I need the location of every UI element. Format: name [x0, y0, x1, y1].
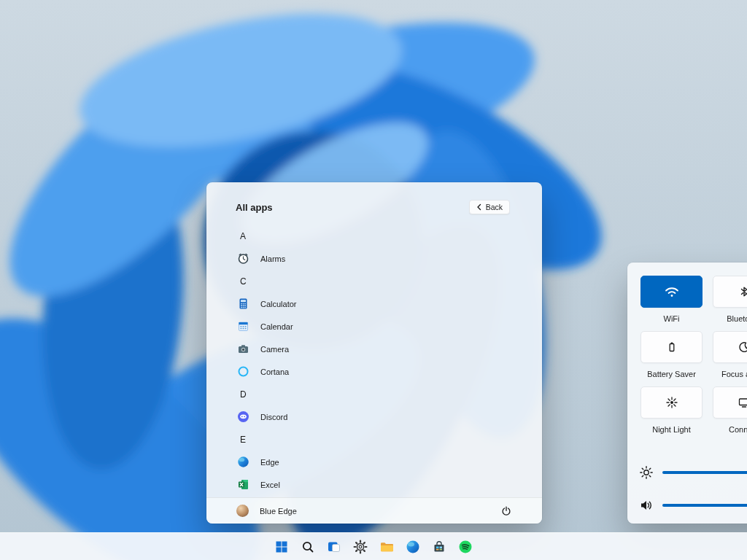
edge-icon [237, 456, 249, 468]
volume-icon [639, 499, 654, 512]
edge-icon [406, 540, 420, 554]
wifi-toggle-button[interactable] [640, 276, 703, 308]
app-item-cortana[interactable]: Cortana [206, 360, 542, 383]
night-light-icon [665, 396, 678, 409]
all-apps-header: All apps Back [206, 182, 542, 214]
user-avatar [236, 505, 249, 517]
quick-settings-panel: WiFi Bluetooth Battery Saver [627, 262, 747, 524]
settings-gear-icon [353, 540, 368, 554]
bluetooth-icon [738, 285, 747, 298]
chevron-left-icon [476, 203, 482, 211]
app-item-alarms[interactable]: Alarms [206, 247, 542, 270]
store-button[interactable] [430, 537, 449, 556]
search-icon [301, 540, 315, 554]
file-explorer-button[interactable] [377, 537, 396, 556]
connect-toggle-button[interactable] [713, 386, 747, 419]
back-button[interactable]: Back [469, 200, 510, 214]
quick-setting-battery-saver: Battery Saver [640, 331, 703, 378]
camera-icon [237, 343, 249, 355]
section-letter-c[interactable]: C [206, 270, 542, 292]
start-menu-footer: Blue Edge [206, 497, 542, 524]
app-label: Excel [260, 481, 280, 489]
calendar-icon [237, 320, 249, 332]
volume-slider-row [639, 498, 747, 513]
calculator-icon [237, 298, 249, 310]
all-apps-title: All apps [236, 202, 273, 213]
discord-icon [237, 411, 249, 423]
power-icon [501, 506, 511, 516]
spotify-button[interactable] [456, 537, 475, 556]
app-label: Calendar [260, 322, 293, 331]
search-button[interactable] [298, 537, 317, 556]
section-letter-d[interactable]: D [206, 383, 542, 405]
battery-saver-label: Battery Saver [647, 370, 696, 378]
edge-button[interactable] [403, 537, 422, 556]
volume-slider[interactable] [662, 504, 747, 507]
brightness-slider-row [639, 465, 747, 480]
quick-setting-wifi: WiFi [640, 276, 703, 323]
quick-settings-grid: WiFi Bluetooth Battery Saver [640, 276, 747, 434]
focus-assist-toggle-button[interactable] [713, 331, 747, 363]
section-letter-a[interactable]: A [206, 225, 542, 247]
wifi-icon [664, 285, 680, 298]
app-item-edge[interactable]: Edge [206, 451, 542, 473]
night-light-toggle-button[interactable] [640, 386, 703, 419]
app-label: Calculator [260, 300, 297, 308]
settings-button[interactable] [351, 537, 370, 556]
task-view-icon [327, 540, 341, 554]
taskbar [0, 532, 747, 560]
app-item-discord[interactable]: Discord [206, 405, 542, 428]
focus-assist-icon [738, 341, 747, 354]
app-item-calculator[interactable]: Calculator [206, 292, 542, 315]
app-label: Discord [260, 413, 287, 421]
store-icon [432, 540, 446, 554]
all-apps-list: A Alarms C Calculator Calendar Camera [206, 225, 542, 496]
task-view-button[interactable] [325, 537, 344, 556]
app-label: Alarms [260, 254, 285, 263]
power-button[interactable] [501, 506, 511, 516]
battery-saver-icon [665, 341, 678, 354]
windows-start-icon [274, 540, 289, 554]
wifi-label: WiFi [664, 314, 680, 323]
connect-icon [738, 396, 747, 409]
section-letter-e[interactable]: E [206, 428, 542, 451]
app-label: Edge [260, 458, 279, 467]
user-name: Blue Edge [260, 507, 297, 516]
quick-setting-connect: Connect [713, 386, 747, 434]
app-label: Cortana [260, 368, 289, 376]
cortana-icon [237, 365, 249, 378]
bluetooth-toggle-button[interactable] [713, 276, 747, 308]
spotify-icon [458, 540, 473, 554]
night-light-label: Night Light [652, 425, 691, 434]
quick-setting-night-light: Night Light [640, 386, 703, 434]
start-button[interactable] [272, 537, 291, 556]
app-item-calendar[interactable]: Calendar [206, 315, 542, 338]
battery-saver-toggle-button[interactable] [640, 331, 703, 363]
folder-icon [379, 540, 395, 554]
app-item-camera[interactable]: Camera [206, 338, 542, 360]
connect-label: Connect [729, 425, 747, 434]
quick-setting-focus-assist: Focus assist [713, 331, 747, 378]
brightness-slider[interactable] [662, 471, 747, 474]
app-item-excel[interactable]: Excel [206, 473, 542, 496]
quick-setting-bluetooth: Bluetooth [713, 276, 747, 323]
back-button-label: Back [486, 203, 503, 211]
focus-assist-label: Focus assist [721, 370, 747, 378]
brightness-icon [639, 465, 654, 480]
user-profile-button[interactable]: Blue Edge [236, 505, 297, 517]
excel-icon [237, 478, 249, 491]
alarms-icon [237, 252, 249, 265]
start-menu-all-apps: All apps Back A Alarms C Calculator [206, 182, 542, 524]
bluetooth-label: Bluetooth [727, 314, 747, 323]
app-label: Camera [260, 345, 289, 354]
